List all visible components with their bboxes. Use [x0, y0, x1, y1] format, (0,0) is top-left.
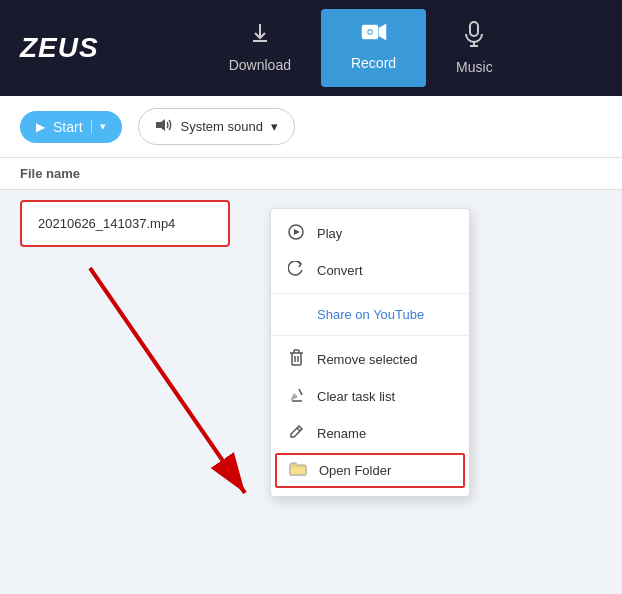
- context-menu-rename[interactable]: Rename: [271, 415, 469, 451]
- file-header: File name: [0, 158, 622, 190]
- svg-rect-4: [470, 22, 478, 36]
- nav-items: Download Record: [199, 9, 523, 87]
- remove-menu-label: Remove selected: [317, 352, 417, 367]
- svg-marker-1: [379, 24, 386, 40]
- sound-dropdown-arrow[interactable]: ▾: [271, 119, 278, 134]
- nav-music-label: Music: [456, 59, 493, 75]
- start-button[interactable]: ▶ Start ▾: [20, 111, 122, 143]
- file-name-label: File name: [20, 166, 80, 181]
- svg-line-15: [299, 389, 302, 395]
- nav-item-download[interactable]: Download: [199, 9, 321, 87]
- nav-item-record[interactable]: Record: [321, 9, 426, 87]
- play-menu-label: Play: [317, 226, 342, 241]
- sound-icon: [155, 117, 173, 136]
- context-menu-remove[interactable]: Remove selected: [271, 340, 469, 378]
- context-menu-play[interactable]: Play: [271, 215, 469, 252]
- red-arrow: [60, 238, 290, 538]
- start-label: Start: [53, 119, 83, 135]
- nav-record-label: Record: [351, 55, 396, 71]
- context-menu: Play Convert Share on YouTube: [270, 208, 470, 497]
- rename-menu-label: Rename: [317, 426, 366, 441]
- file-name-value: 20210626_141037.mp4: [38, 216, 175, 231]
- svg-marker-11: [294, 229, 300, 235]
- play-icon: ▶: [36, 120, 45, 134]
- clear-menu-label: Clear task list: [317, 389, 395, 404]
- context-menu-share-youtube[interactable]: Share on YouTube: [271, 298, 469, 331]
- record-icon: [361, 21, 387, 49]
- svg-marker-7: [156, 119, 165, 131]
- remove-menu-icon: [287, 349, 305, 369]
- download-icon: [248, 21, 272, 51]
- toolbar: ▶ Start ▾ System sound ▾: [0, 96, 622, 158]
- sound-label: System sound: [181, 119, 263, 134]
- content-area: File name 20210626_141037.mp4 Play: [0, 158, 622, 594]
- nav-item-music[interactable]: Music: [426, 9, 523, 87]
- open-folder-menu-label: Open Folder: [319, 463, 391, 478]
- convert-menu-label: Convert: [317, 263, 363, 278]
- app-logo: ZEUS: [20, 32, 99, 64]
- music-icon: [463, 21, 485, 53]
- clear-menu-icon: [287, 387, 305, 406]
- play-menu-icon: [287, 224, 305, 243]
- youtube-menu-label: Share on YouTube: [317, 307, 424, 322]
- convert-menu-icon: [287, 261, 305, 280]
- rename-menu-icon: [287, 424, 305, 442]
- open-folder-menu-icon: [289, 462, 307, 479]
- menu-divider-1: [271, 293, 469, 294]
- file-item[interactable]: 20210626_141037.mp4: [20, 200, 230, 247]
- menu-divider-2: [271, 335, 469, 336]
- context-menu-convert[interactable]: Convert: [271, 252, 469, 289]
- context-menu-open-folder[interactable]: Open Folder: [275, 453, 465, 488]
- svg-point-3: [368, 31, 371, 34]
- navbar: ZEUS Download Record: [0, 0, 622, 96]
- nav-download-label: Download: [229, 57, 291, 73]
- context-menu-clear[interactable]: Clear task list: [271, 378, 469, 415]
- start-dropdown-arrow[interactable]: ▾: [91, 120, 106, 133]
- svg-line-16: [297, 428, 300, 431]
- system-sound-button[interactable]: System sound ▾: [138, 108, 295, 145]
- svg-line-9: [90, 268, 245, 493]
